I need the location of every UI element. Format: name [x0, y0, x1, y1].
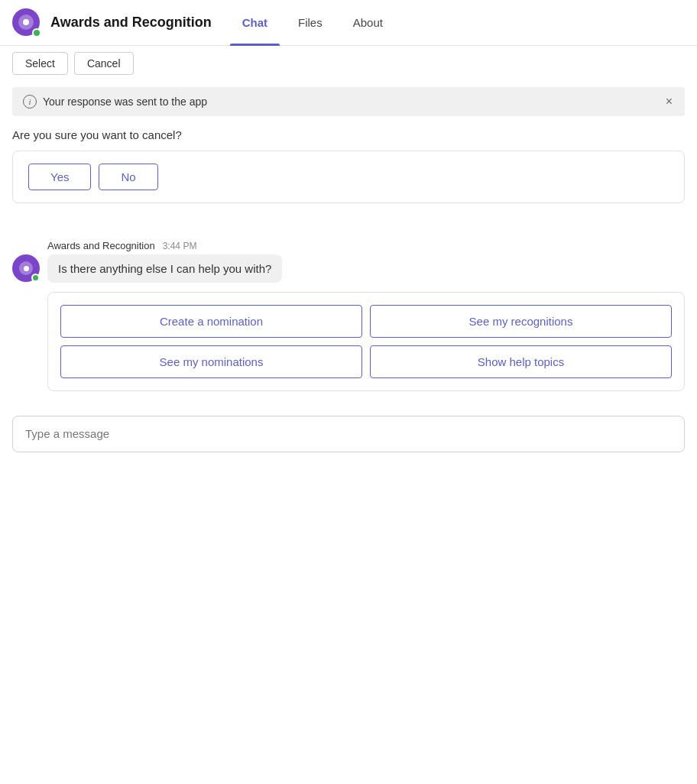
yesno-buttons: Yes No [28, 164, 669, 190]
notification-text: Your response was sent to the app [43, 96, 207, 108]
show-help-button[interactable]: Show help topics [370, 345, 672, 378]
app-header: Awards and Recognition Chat Files About [0, 0, 697, 46]
info-icon: i [23, 95, 37, 109]
action-grid: Create a nomination See my recognitions … [60, 305, 672, 378]
bot-online-badge [31, 274, 40, 282]
no-button[interactable]: No [99, 164, 157, 190]
see-nominations-button[interactable]: See my nominations [60, 345, 362, 378]
select-button[interactable]: Select [12, 52, 68, 75]
tab-files[interactable]: Files [286, 0, 335, 46]
old-action-buttons: Select Cancel [0, 46, 697, 81]
tab-about[interactable]: About [341, 0, 395, 46]
bot-content: Is there anything else I can help you wi… [47, 254, 685, 391]
notification-close-button[interactable]: × [664, 95, 674, 109]
cancel-button[interactable]: Cancel [74, 52, 134, 75]
message-input[interactable] [25, 427, 672, 440]
app-logo [12, 8, 41, 37]
response-notification: i Your response was sent to the app × [12, 87, 685, 116]
notification-left: i Your response was sent to the app [23, 95, 207, 109]
yes-button[interactable]: Yes [28, 164, 91, 190]
see-recognitions-button[interactable]: See my recognitions [370, 305, 672, 338]
header-nav: Chat Files About [230, 0, 395, 45]
bot-message-time: 3:44 PM [163, 241, 197, 251]
app-title: Awards and Recognition [50, 15, 212, 31]
bot-avatar [12, 254, 40, 282]
action-card: Create a nomination See my recognitions … [47, 292, 685, 391]
bot-meta: Awards and Recognition 3:44 PM [12, 240, 685, 251]
yesno-card: Yes No [12, 151, 685, 203]
create-nomination-button[interactable]: Create a nomination [60, 305, 362, 338]
bot-bubble: Is there anything else I can help you wi… [47, 254, 282, 283]
online-badge [32, 28, 41, 37]
tab-chat[interactable]: Chat [230, 0, 280, 46]
message-input-area[interactable] [12, 416, 685, 452]
bot-message-row: Is there anything else I can help you wi… [12, 254, 685, 391]
cancel-confirm-text: Are you sure you want to cancel? [0, 122, 697, 151]
bot-message-section: Awards and Recognition 3:44 PM Is there … [0, 240, 697, 391]
bot-sender-name: Awards and Recognition [47, 240, 155, 251]
chat-container: Select Cancel i Your response was sent t… [0, 46, 697, 452]
